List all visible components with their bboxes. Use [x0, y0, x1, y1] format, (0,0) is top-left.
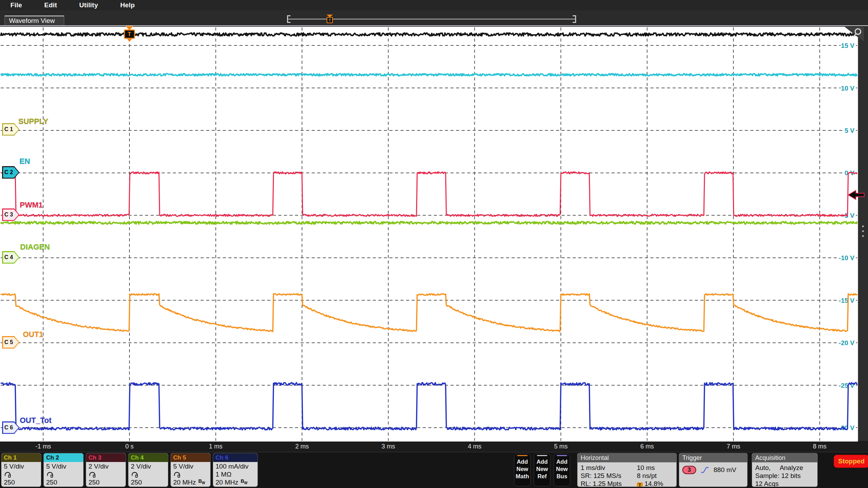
- channel-badge-c2[interactable]: C 2: [2, 166, 19, 179]
- channel-settings-ch4[interactable]: Ch 42 V/div250 MHzBW: [128, 453, 168, 487]
- add-button-line: Math: [514, 473, 530, 480]
- channel-badge-text: C 6: [2, 421, 15, 434]
- channel-settings-ch2[interactable]: Ch 25 V/div250 MHzBW: [43, 453, 84, 487]
- channel-label-diagen: DIAGEN: [20, 242, 50, 251]
- menu-bar: FileEditUtilityHelp: [0, 0, 868, 10]
- add-button-accent: [517, 455, 528, 456]
- menu-item-edit[interactable]: Edit: [44, 1, 57, 9]
- x-axis-label: 4 ms: [468, 443, 481, 450]
- x-axis-label: 8 ms: [813, 443, 826, 450]
- trigger-level: 880 mV: [714, 466, 736, 474]
- channel-vdiv: 100 mA/div: [216, 462, 255, 470]
- add-new-ref-button[interactable]: AddNewRef: [534, 454, 550, 486]
- stopped-button[interactable]: Stopped: [834, 455, 868, 468]
- probe-icon: [131, 471, 138, 478]
- add-button-line: Bus: [554, 473, 570, 480]
- add-button-line: Add: [514, 458, 530, 465]
- trigger-level-arrow[interactable]: [848, 190, 865, 200]
- drag-handle-dot[interactable]: [862, 235, 864, 237]
- menu-item-utility[interactable]: Utility: [79, 1, 98, 9]
- channel-settings-body: 5 V/div250 MHzBW: [44, 462, 83, 487]
- sample-rate: SR: 125 MS/s: [581, 472, 637, 480]
- horizontal-scale: 1 ms/div: [581, 464, 637, 472]
- channel-settings-body: 2 V/div250 MHzBW: [128, 462, 168, 487]
- trigger-position-marker[interactable]: T: [123, 26, 136, 43]
- channel-vdiv: 5 V/div: [4, 462, 39, 470]
- channel-badge-c6[interactable]: C 6: [2, 421, 19, 434]
- trigger-position: T14.8%: [637, 480, 663, 487]
- menu-item-file[interactable]: File: [10, 1, 22, 9]
- zoom-corner-widget[interactable]: [844, 26, 865, 43]
- channel-settings-ch5[interactable]: Ch 55 V/div20 MHzBW: [170, 453, 211, 487]
- bandwidth-limit-badge: BW: [62, 486, 69, 487]
- trigger-source-badge: 3: [682, 466, 696, 474]
- channel-label-supply: SUPPLY: [18, 117, 48, 126]
- x-axis-label: 7 ms: [727, 443, 740, 450]
- channel-bandwidth: 250 MHzBW: [4, 478, 39, 487]
- channel-label-en: EN: [19, 157, 30, 166]
- add-button-accent: [537, 455, 547, 456]
- add-button-line: New: [514, 465, 530, 473]
- minimap-right-serif-top: [573, 15, 576, 16]
- channel-bandwidth: 250 MHzBW: [131, 478, 166, 487]
- channel-settings-header: Ch 2: [44, 453, 83, 462]
- channel-settings-ch6[interactable]: Ch 6100 mA/div1 MΩ20 MHzBW: [213, 453, 258, 487]
- resolution: 8 ns/pt: [637, 472, 657, 480]
- trigger-notch-icon: [127, 39, 132, 42]
- bandwidth-limit-badge: BW: [241, 478, 247, 484]
- tab-bar: [0, 10, 868, 26]
- channel-badge-c1[interactable]: C 1: [2, 123, 19, 136]
- x-axis-label: 2 ms: [295, 443, 309, 450]
- scale-label: -20 V: [839, 339, 855, 346]
- waveform-canvas: 15 V10 V5 V0 V-5 V-10 V-15 V-20 V-25 V-3…: [0, 27, 858, 442]
- channel-settings-body: 5 V/div250 MHzBW: [1, 462, 41, 487]
- channel-label-pwm1: PWM1: [20, 200, 43, 209]
- x-axis-label: 1 ms: [209, 443, 222, 450]
- menu-item-help[interactable]: Help: [120, 1, 135, 9]
- add-button-line: New: [554, 465, 570, 473]
- channel-badge-text: C 5: [2, 336, 15, 349]
- probe-icon: [89, 471, 96, 478]
- waveform-plot[interactable]: 15 V10 V5 V0 V-5 V-10 V-15 V-20 V-25 V-3…: [0, 26, 858, 441]
- channel-label-out_tot: OUT_Tot: [20, 416, 51, 425]
- channel-vdiv: 5 V/div: [173, 462, 208, 470]
- add-button-line: Ref: [534, 473, 550, 480]
- channel-label-out1: OUT1: [23, 330, 43, 339]
- channel-badge-c3[interactable]: C 3: [2, 208, 19, 221]
- channel-badge-c5[interactable]: C 5: [2, 336, 19, 349]
- acquisition-count: 12 Acqs: [755, 480, 814, 487]
- channel-bandwidth: 250 MHzBW: [46, 478, 81, 487]
- settings-bar: Horizontal 1 ms/div10 ms SR: 125 MS/s8 n…: [0, 452, 868, 488]
- minimap-trigger-marker[interactable]: T: [326, 15, 333, 24]
- add-new-bus-button[interactable]: AddNewBus: [554, 454, 570, 486]
- horizontal-panel[interactable]: Horizontal 1 ms/div10 ms SR: 125 MS/s8 n…: [577, 453, 677, 487]
- acquisition-panel[interactable]: Acquisition Auto,Analyze Sample: 12 bits…: [752, 453, 818, 487]
- bandwidth-limit-badge: BW: [147, 486, 154, 487]
- trigger-position-icon: T: [637, 482, 643, 487]
- minimap-trigger-t-icon: T: [327, 17, 333, 23]
- x-axis-label: 3 ms: [381, 443, 395, 450]
- scale-label: 5 V: [844, 127, 854, 134]
- channel-badge-text: C 4: [2, 251, 15, 264]
- drag-handle-dot[interactable]: [862, 230, 864, 232]
- channel-settings-header: Ch 3: [86, 453, 126, 462]
- channel-settings-ch1[interactable]: Ch 15 V/div250 MHzBW: [1, 453, 41, 487]
- add-new-math-button[interactable]: AddNewMath: [514, 454, 531, 486]
- channel-badge-text: C 2: [2, 166, 15, 179]
- add-button-line: Add: [534, 458, 550, 465]
- channel-vdiv: 2 V/div: [131, 462, 166, 470]
- bandwidth-limit-badge: BW: [104, 486, 111, 487]
- channel-badge-c4[interactable]: C 4: [2, 251, 19, 264]
- channel-settings-body: 100 mA/div1 MΩ20 MHzBW: [213, 462, 258, 487]
- scale-label: 10 V: [841, 85, 854, 92]
- tab-waveform-view[interactable]: Waveform View: [5, 16, 64, 25]
- channel-settings-ch3[interactable]: Ch 32 V/div250 MHzBW: [86, 453, 126, 487]
- trigger-panel[interactable]: Trigger 3 880 mV: [679, 453, 748, 487]
- scale-label: 15 V: [841, 42, 854, 49]
- drag-handle-dot[interactable]: [862, 225, 864, 227]
- channel-bandwidth: 20 MHzBW: [173, 478, 208, 487]
- acquisition-sample: Sample: 12 bits: [755, 472, 814, 480]
- acquisition-mode: Auto,: [755, 464, 770, 472]
- add-button-line: Add: [554, 458, 570, 465]
- corner-triangle: [845, 27, 864, 42]
